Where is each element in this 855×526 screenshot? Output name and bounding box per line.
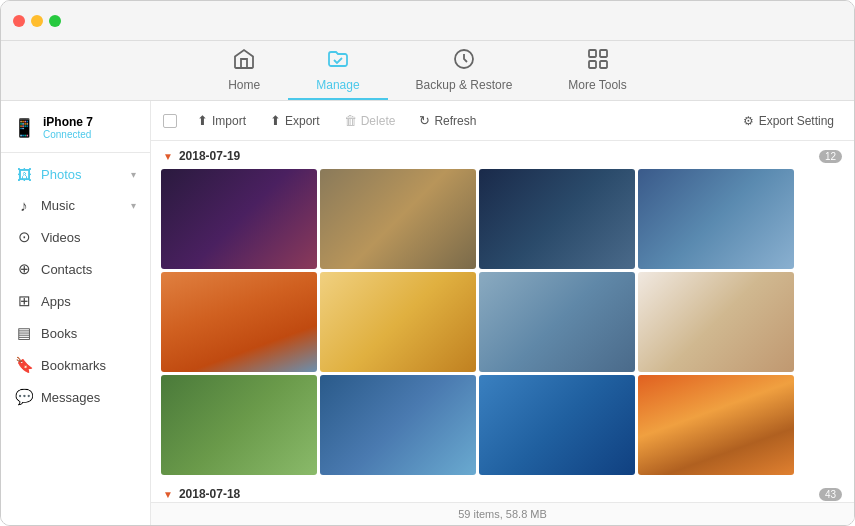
nav-item-manage[interactable]: Manage (288, 41, 387, 100)
svg-rect-2 (600, 50, 607, 57)
refresh-label: Refresh (434, 114, 476, 128)
sidebar-apps-label: Apps (41, 294, 136, 309)
refresh-icon: ↻ (419, 113, 430, 128)
sidebar-item-apps[interactable]: ⊞ Apps (1, 285, 150, 317)
export-button[interactable]: ⬆ Export (260, 109, 330, 132)
photo-thumb[interactable] (320, 169, 476, 269)
maximize-button[interactable] (49, 15, 61, 27)
close-button[interactable] (13, 15, 25, 27)
music-arrow: ▾ (131, 200, 136, 211)
svg-rect-4 (600, 61, 607, 68)
books-icon: ▤ (15, 324, 33, 342)
date-label-1: 2018-07-19 (179, 149, 240, 163)
photo-grid-1 (161, 169, 844, 475)
toolbar: ⬆ Import ⬆ Export 🗑 Delete ↻ Refresh ⚙ E… (151, 101, 854, 141)
date-group-1: ▼ 2018-07-19 12 (161, 141, 844, 475)
photo-thumb[interactable] (320, 375, 476, 475)
sidebar-item-photos[interactable]: 🖼 Photos ▾ (1, 159, 150, 190)
select-all-checkbox[interactable] (163, 114, 177, 128)
collapse-arrow-1[interactable]: ▼ (163, 151, 173, 162)
sidebar-music-label: Music (41, 198, 123, 213)
sidebar-item-contacts[interactable]: ⊕ Contacts (1, 253, 150, 285)
device-status: Connected (43, 129, 93, 140)
export-setting-label: Export Setting (759, 114, 834, 128)
top-nav: Home Manage Backup & Restore (1, 41, 854, 101)
sidebar-videos-label: Videos (41, 230, 136, 245)
photo-thumb[interactable] (320, 272, 476, 372)
sidebar: 📱 iPhone 7 Connected 🖼 Photos ▾ ♪ Music … (1, 101, 151, 525)
photo-thumb[interactable] (161, 272, 317, 372)
main-layout: 📱 iPhone 7 Connected 🖼 Photos ▾ ♪ Music … (1, 101, 854, 525)
manage-icon (326, 47, 350, 74)
nav-item-backup[interactable]: Backup & Restore (388, 41, 541, 100)
sidebar-item-bookmarks[interactable]: 🔖 Bookmarks (1, 349, 150, 381)
date-group-2: ▼ 2018-07-18 43 (161, 479, 844, 502)
sidebar-messages-label: Messages (41, 390, 136, 405)
nav-item-tools[interactable]: More Tools (540, 41, 654, 100)
import-icon: ⬆ (197, 113, 208, 128)
photo-thumb[interactable] (479, 272, 635, 372)
import-button[interactable]: ⬆ Import (187, 109, 256, 132)
collapse-arrow-2[interactable]: ▼ (163, 489, 173, 500)
photo-thumb[interactable] (479, 375, 635, 475)
music-icon: ♪ (15, 197, 33, 214)
export-label: Export (285, 114, 320, 128)
date-count-1: 12 (819, 150, 842, 163)
date-count-2: 43 (819, 488, 842, 501)
export-icon: ⬆ (270, 113, 281, 128)
photo-thumb[interactable] (161, 375, 317, 475)
device-name: iPhone 7 (43, 115, 93, 129)
delete-icon: 🗑 (344, 113, 357, 128)
date-header-2: ▼ 2018-07-18 43 (161, 479, 844, 502)
sidebar-photos-label: Photos (41, 167, 123, 182)
device-info: 📱 iPhone 7 Connected (1, 107, 150, 153)
tools-icon (586, 47, 610, 74)
photo-thumb[interactable] (638, 375, 794, 475)
export-setting-button[interactable]: ⚙ Export Setting (735, 110, 842, 132)
nav-tools-label: More Tools (568, 78, 626, 92)
sidebar-contacts-label: Contacts (41, 262, 136, 277)
svg-rect-3 (589, 61, 596, 68)
photo-thumb[interactable] (638, 272, 794, 372)
date-label-2: 2018-07-18 (179, 487, 240, 501)
traffic-lights (13, 15, 61, 27)
photos-icon: 🖼 (15, 166, 33, 183)
home-icon (232, 47, 256, 74)
nav-item-home[interactable]: Home (200, 41, 288, 100)
photo-thumb[interactable] (161, 169, 317, 269)
nav-manage-label: Manage (316, 78, 359, 92)
title-bar (1, 1, 854, 41)
sidebar-item-music[interactable]: ♪ Music ▾ (1, 190, 150, 221)
videos-icon: ⊙ (15, 228, 33, 246)
refresh-button[interactable]: ↻ Refresh (409, 109, 486, 132)
sidebar-item-videos[interactable]: ⊙ Videos (1, 221, 150, 253)
svg-rect-1 (589, 50, 596, 57)
photo-thumb[interactable] (638, 169, 794, 269)
status-bar: 59 items, 58.8 MB (151, 502, 854, 525)
backup-icon (452, 47, 476, 74)
gear-icon: ⚙ (743, 114, 754, 128)
minimize-button[interactable] (31, 15, 43, 27)
apps-icon: ⊞ (15, 292, 33, 310)
import-label: Import (212, 114, 246, 128)
photo-scroll-area[interactable]: ▼ 2018-07-19 12 (151, 141, 854, 502)
sidebar-item-messages[interactable]: 💬 Messages (1, 381, 150, 413)
photos-arrow: ▾ (131, 169, 136, 180)
delete-label: Delete (361, 114, 396, 128)
content-area: ⬆ Import ⬆ Export 🗑 Delete ↻ Refresh ⚙ E… (151, 101, 854, 525)
date-header-1: ▼ 2018-07-19 12 (161, 141, 844, 169)
status-text: 59 items, 58.8 MB (458, 508, 547, 520)
delete-button[interactable]: 🗑 Delete (334, 109, 406, 132)
photo-thumb[interactable] (479, 169, 635, 269)
bookmarks-icon: 🔖 (15, 356, 33, 374)
sidebar-bookmarks-label: Bookmarks (41, 358, 136, 373)
sidebar-books-label: Books (41, 326, 136, 341)
messages-icon: 💬 (15, 388, 33, 406)
sidebar-item-books[interactable]: ▤ Books (1, 317, 150, 349)
nav-home-label: Home (228, 78, 260, 92)
contacts-icon: ⊕ (15, 260, 33, 278)
nav-backup-label: Backup & Restore (416, 78, 513, 92)
device-icon: 📱 (13, 117, 35, 139)
